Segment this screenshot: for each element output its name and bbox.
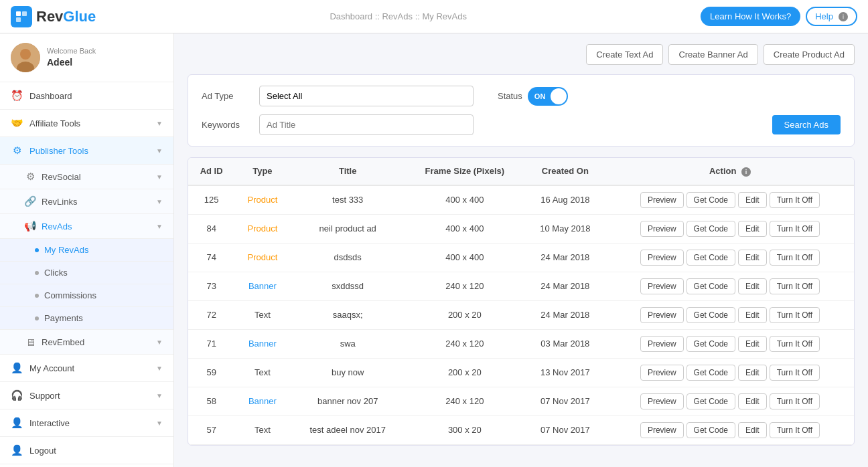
table-header-row: Ad ID Type Title Frame Size (Pixels) Cre… — [188, 158, 854, 185]
create-product-ad-button[interactable]: Create Product Ad — [764, 44, 855, 65]
get-code-button[interactable]: Get Code — [686, 365, 735, 381]
sidebar-item-revsocial[interactable]: ⚙ RevSocial ▼ — [0, 165, 173, 189]
preview-button[interactable]: Preview — [640, 307, 684, 323]
help-button[interactable]: Help i — [806, 7, 857, 26]
turn-it-off-button[interactable]: Turn It Off — [770, 365, 820, 381]
revsocial-icon: ⚙ — [24, 171, 36, 183]
cell-created: 07 Nov 2017 — [524, 415, 606, 444]
sidebar-item-publisher-tools[interactable]: ⚙ Publisher Tools ▼ — [0, 137, 173, 165]
sidebar-item-support[interactable]: 🎧 Support ▼ — [0, 382, 173, 409]
turn-it-off-button[interactable]: Turn It Off — [770, 422, 820, 438]
get-code-button[interactable]: Get Code — [686, 393, 735, 409]
sidebar-item-clicks[interactable]: Clicks — [0, 262, 173, 284]
edit-button[interactable]: Edit — [738, 422, 767, 438]
edit-button[interactable]: Edit — [738, 192, 767, 208]
edit-button[interactable]: Edit — [738, 365, 767, 381]
sidebar-item-revads[interactable]: 📢 RevAds ▼ — [0, 214, 173, 239]
sidebar-item-dashboard[interactable]: ⏰ Dashboard — [0, 82, 173, 110]
edit-button[interactable]: Edit — [738, 393, 767, 409]
turn-it-off-button[interactable]: Turn It Off — [770, 278, 820, 294]
sidebar-item-revlinks[interactable]: 🔗 RevLinks ▼ — [0, 189, 173, 214]
learn-how-button[interactable]: Learn How It Works? — [701, 7, 800, 26]
turn-it-off-button[interactable]: Turn It Off — [770, 250, 820, 266]
ad-type-select[interactable]: Select All Product Banner Text — [259, 86, 474, 106]
edit-button[interactable]: Edit — [738, 307, 767, 323]
cell-action: Preview Get Code Edit Turn It Off — [606, 300, 854, 329]
logo: RevGlue — [11, 6, 96, 27]
get-code-button[interactable]: Get Code — [686, 192, 735, 208]
toggle-on-label: ON — [534, 92, 546, 100]
sidebar-label-revsocial: RevSocial — [42, 172, 81, 182]
sidebar-item-my-account[interactable]: 👤 My Account ▼ — [0, 355, 173, 382]
preview-button[interactable]: Preview — [640, 192, 684, 208]
cell-type: Text — [234, 358, 290, 387]
get-code-button[interactable]: Get Code — [686, 278, 735, 294]
avatar — [11, 43, 40, 72]
create-text-ad-button[interactable]: Create Text Ad — [586, 44, 663, 65]
cell-ad-id: 72 — [188, 300, 234, 329]
cell-created: 24 Mar 2018 — [524, 272, 606, 300]
turn-it-off-button[interactable]: Turn It Off — [770, 336, 820, 352]
preview-button[interactable]: Preview — [640, 221, 684, 237]
cell-frame: 400 x 400 — [405, 214, 524, 243]
ads-table-container: Ad ID Type Title Frame Size (Pixels) Cre… — [188, 157, 855, 446]
turn-it-off-button[interactable]: Turn It Off — [770, 192, 820, 208]
sidebar-item-affiliate-tools[interactable]: 🤝 Affiliate Tools ▼ — [0, 110, 173, 137]
breadcrumb-myrevads[interactable]: My RevAds — [422, 11, 466, 21]
dot-my-revads — [35, 248, 39, 252]
preview-button[interactable]: Preview — [640, 278, 684, 294]
preview-button[interactable]: Preview — [640, 365, 684, 381]
cell-action: Preview Get Code Edit Turn It Off — [606, 272, 854, 300]
edit-button[interactable]: Edit — [738, 221, 767, 237]
th-ad-id: Ad ID — [188, 158, 234, 185]
top-nav: RevGlue Dashboard :: RevAds :: My RevAds… — [0, 0, 868, 33]
turn-it-off-button[interactable]: Turn It Off — [770, 393, 820, 409]
sidebar-item-my-revads[interactable]: My RevAds — [0, 239, 173, 262]
table-row: 125 Product test 333 400 x 400 16 Aug 20… — [188, 185, 854, 215]
sidebar-item-commissions[interactable]: Commissions — [0, 284, 173, 307]
cell-frame: 200 x 20 — [405, 300, 524, 329]
cell-frame: 240 x 120 — [405, 272, 524, 300]
create-banner-ad-button[interactable]: Create Banner Ad — [668, 44, 757, 65]
sidebar-item-logout[interactable]: 👤 Logout — [0, 437, 173, 464]
preview-button[interactable]: Preview — [640, 250, 684, 266]
cell-ad-id: 73 — [188, 272, 234, 300]
get-code-button[interactable]: Get Code — [686, 221, 735, 237]
edit-button[interactable]: Edit — [738, 336, 767, 352]
toggle-knob — [551, 88, 567, 104]
content-top-buttons: Create Text Ad Create Banner Ad Create P… — [188, 44, 855, 65]
breadcrumb-dashboard[interactable]: Dashboard — [330, 11, 372, 21]
search-ads-button[interactable]: Search Ads — [772, 115, 841, 134]
breadcrumb-sep1: :: — [375, 11, 382, 21]
sidebar-label-logout: Logout — [29, 446, 56, 456]
breadcrumb-revads[interactable]: RevAds — [382, 11, 413, 21]
edit-button[interactable]: Edit — [738, 278, 767, 294]
table-row: 72 Text saaqsx; 200 x 20 24 Mar 2018 Pre… — [188, 300, 854, 329]
breadcrumb-sep2: :: — [415, 11, 423, 21]
turn-it-off-button[interactable]: Turn It Off — [770, 221, 820, 237]
publisher-icon: ⚙ — [11, 145, 23, 157]
sidebar-item-revembed[interactable]: 🖥 RevEmbed ▼ — [0, 330, 173, 355]
ad-type-label: Ad Type — [202, 91, 248, 101]
cell-type: Banner — [234, 272, 290, 300]
preview-button[interactable]: Preview — [640, 422, 684, 438]
get-code-button[interactable]: Get Code — [686, 422, 735, 438]
get-code-button[interactable]: Get Code — [686, 250, 735, 266]
preview-button[interactable]: Preview — [640, 336, 684, 352]
sidebar-item-interactive[interactable]: 👤 Interactive ▼ — [0, 409, 173, 437]
get-code-button[interactable]: Get Code — [686, 307, 735, 323]
preview-button[interactable]: Preview — [640, 393, 684, 409]
cell-action: Preview Get Code Edit Turn It Off — [606, 185, 854, 215]
get-code-button[interactable]: Get Code — [686, 336, 735, 352]
chevron-support: ▼ — [156, 392, 163, 399]
keywords-input[interactable] — [259, 114, 474, 135]
status-toggle[interactable]: ON — [528, 87, 568, 106]
sidebar-label-revembed: RevEmbed — [42, 337, 84, 347]
cell-title: test adeel nov 2017 — [291, 415, 405, 444]
sidebar-label-my-revads: My RevAds — [44, 245, 88, 255]
edit-button[interactable]: Edit — [738, 250, 767, 266]
turn-it-off-button[interactable]: Turn It Off — [770, 307, 820, 323]
cell-created: 03 Mar 2018 — [524, 329, 606, 358]
chevron-revads: ▼ — [156, 223, 163, 230]
sidebar-item-payments[interactable]: Payments — [0, 307, 173, 330]
